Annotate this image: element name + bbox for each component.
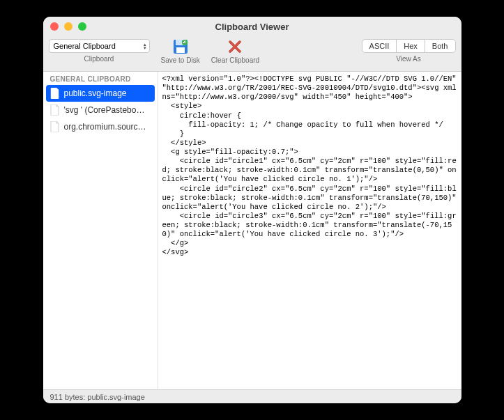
app-window: Clipboard Viewer General Clipboard ▴▾ Cl… [43,17,461,403]
sidebar-item-public-svg-image[interactable]: public.svg-image [46,85,155,102]
viewas-label: View As [396,55,420,63]
viewas-both-button[interactable]: Both [425,40,455,52]
minimize-button[interactable] [64,22,72,31]
save-to-disk-button[interactable]: Save to Disk [161,39,200,64]
clear-label: Clear Clipboard [211,56,259,64]
content-view[interactable]: <?xml version="1.0"?><!DOCTYPE svg PUBLI… [158,72,461,389]
viewas-segmented: ASCII Hex Both [362,39,456,53]
save-label: Save to Disk [161,56,200,64]
sidebar-item-svg-corepastebo[interactable]: 'svg ' (CorePastebo… [43,102,158,118]
window-title: Clipboard Viewer [43,22,461,32]
sidebar-item-org-chromium-sourc[interactable]: org.chromium.sourc… [43,118,158,135]
statusbar: 911 bytes: public.svg-image [43,389,461,403]
body: GENERAL CLIPBOARD public.svg-image [43,71,461,389]
clipboard-section: General Clipboard ▴▾ Clipboard [49,39,150,63]
sidebar: GENERAL CLIPBOARD public.svg-image [43,72,158,389]
sidebar-item-label: org.chromium.sourc… [64,122,146,132]
maximize-button[interactable] [78,22,86,31]
clipboard-label: Clipboard [84,55,114,63]
sidebar-header: GENERAL CLIPBOARD [43,72,158,85]
x-icon [226,39,244,54]
chevron-updown-icon: ▴▾ [144,42,146,49]
statusbar-text: 911 bytes: public.svg-image [50,393,145,401]
viewas-hex-button[interactable]: Hex [397,40,425,52]
clipboard-dropdown-value: General Clipboard [54,42,116,50]
viewas-ascii-button[interactable]: ASCII [362,40,397,52]
toolbar-actions: Save to Disk Clear Clipboard [161,39,260,64]
clipboard-dropdown[interactable]: General Clipboard ▴▾ [49,39,150,53]
svg-rect-2 [176,47,185,53]
sidebar-item-label: public.svg-image [64,88,127,98]
titlebar: Clipboard Viewer [43,17,461,36]
close-button[interactable] [50,22,59,31]
file-icon [50,88,60,99]
floppy-disk-icon [171,39,190,54]
traffic-lights [50,22,86,31]
viewas-section: ASCII Hex Both View As [362,39,456,63]
file-icon [50,121,60,132]
toolbar: General Clipboard ▴▾ Clipboard [43,36,461,71]
sidebar-item-label: 'svg ' (CorePastebo… [64,105,145,115]
file-icon [50,104,60,116]
clear-clipboard-button[interactable]: Clear Clipboard [211,39,259,64]
